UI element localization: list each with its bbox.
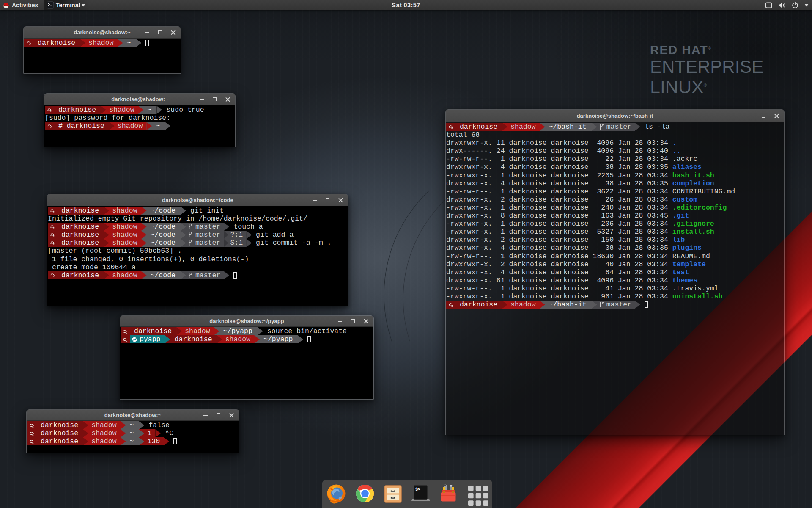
svg-text:$>: $> xyxy=(415,487,420,492)
